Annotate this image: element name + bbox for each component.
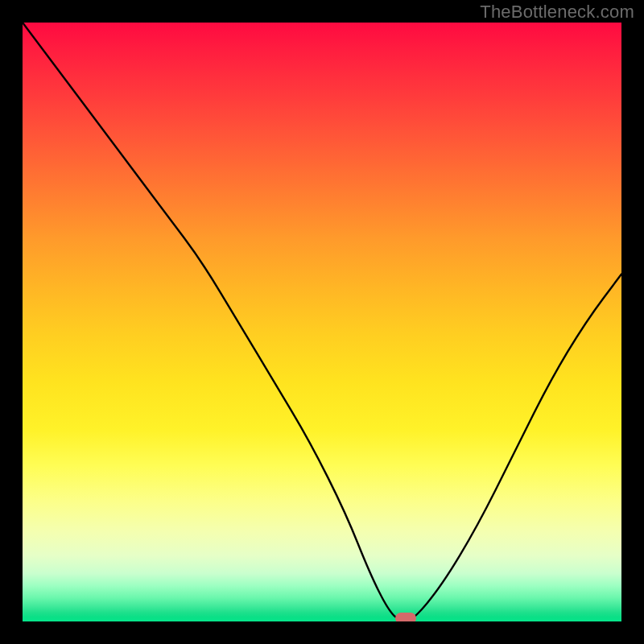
optimal-marker: [395, 613, 416, 621]
bottleneck-curve: [23, 23, 621, 621]
watermark-text: TheBottleneck.com: [480, 2, 634, 23]
plot-area: [23, 23, 621, 621]
chart-frame: TheBottleneck.com: [0, 0, 644, 644]
